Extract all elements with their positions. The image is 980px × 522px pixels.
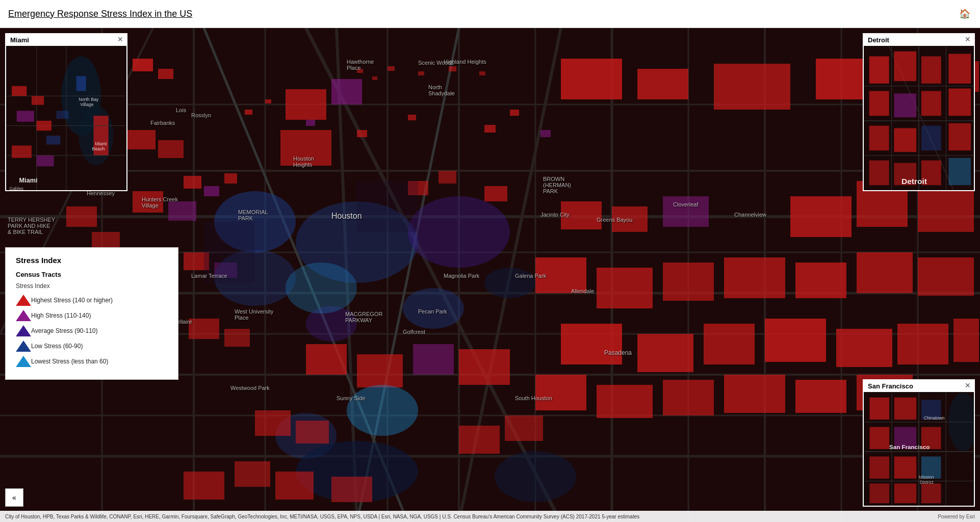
svg-rect-58: [918, 257, 974, 296]
svg-rect-52: [535, 257, 586, 293]
collapse-button[interactable]: «: [5, 488, 23, 507]
svg-text:Chinatown: Chinatown: [924, 415, 945, 421]
svg-rect-63: [836, 329, 892, 367]
legend-swatch-high: [16, 310, 31, 321]
svg-text:Beach: Beach: [92, 146, 105, 151]
legend-label-lowest: Lowest Stress (less than 60): [31, 358, 108, 365]
svg-text:Mission: Mission: [919, 475, 934, 480]
svg-point-72: [347, 385, 418, 436]
svg-rect-32: [331, 79, 362, 105]
svg-text:District: District: [920, 480, 934, 485]
svg-rect-184: [869, 427, 889, 449]
svg-rect-95: [535, 375, 586, 410]
svg-rect-164: [869, 126, 889, 151]
svg-rect-61: [704, 324, 755, 364]
svg-rect-81: [245, 110, 252, 115]
header: Emergency Response Stress Index in the U…: [0, 0, 980, 28]
legend-swatch-average: [16, 325, 31, 336]
svg-rect-110: [127, 130, 156, 149]
svg-rect-116: [357, 69, 363, 73]
svg-text:Miami: Miami: [95, 141, 107, 146]
svg-rect-48: [918, 191, 974, 232]
miami-inset-title: Miami: [6, 34, 126, 46]
svg-rect-46: [790, 196, 852, 237]
svg-rect-106: [184, 472, 224, 500]
legend-label-average: Average Stress (90-110): [31, 327, 98, 334]
svg-rect-140: [46, 136, 60, 145]
miami-inset-body: North Bay Village Miami Beach Miami Gabl…: [6, 46, 126, 190]
page-title: Emergency Response Stress Index in the U…: [8, 9, 958, 19]
svg-text:Gables: Gables: [9, 186, 23, 190]
svg-rect-44: [204, 186, 219, 196]
miami-inset-map: Miami ✕: [5, 33, 127, 191]
detroit-inset-map: Detroit ✕: [863, 33, 975, 191]
legend-item-highest: Highest Stress (140 or higher): [16, 295, 168, 306]
sf-inset-map: San Francisco ✕: [863, 379, 975, 507]
svg-point-92: [484, 268, 535, 298]
attribution-bar: City of Houston, HPB, Texas Parks & Wild…: [0, 511, 980, 522]
svg-rect-120: [449, 66, 456, 71]
svg-rect-168: [869, 161, 889, 186]
legend-item-average: Average Stress (90-110): [16, 325, 168, 336]
svg-rect-97: [663, 380, 714, 415]
legend-swatch-low: [16, 341, 31, 352]
legend-subtitle: Census Tracts: [16, 271, 168, 278]
svg-rect-87: [510, 110, 519, 116]
svg-rect-43: [184, 176, 201, 189]
svg-rect-76: [189, 319, 219, 339]
svg-rect-82: [265, 99, 271, 103]
svg-rect-113: [168, 201, 196, 221]
legend-title: Stress Index: [16, 256, 168, 265]
legend-label-low: Low Stress (60-90): [31, 343, 83, 350]
svg-rect-187: [869, 456, 889, 478]
svg-marker-197: [16, 295, 31, 306]
legend-swatch-lowest: [16, 356, 31, 367]
svg-rect-192: [921, 484, 941, 504]
legend-item-lowest: Lowest Stress (less than 60): [16, 356, 168, 367]
svg-rect-66: [306, 344, 347, 375]
svg-rect-104: [459, 426, 500, 454]
svg-marker-199: [16, 325, 31, 336]
svg-rect-107: [235, 461, 270, 487]
home-button[interactable]: 🏠: [958, 7, 972, 21]
svg-marker-201: [16, 356, 31, 367]
svg-rect-138: [12, 145, 32, 158]
collapse-icon: «: [12, 493, 16, 502]
svg-text:Village: Village: [80, 102, 93, 107]
svg-rect-123: [357, 181, 418, 232]
svg-rect-27: [133, 59, 153, 71]
svg-rect-90: [439, 171, 456, 184]
svg-rect-96: [597, 385, 653, 418]
miami-close-button[interactable]: ✕: [117, 35, 123, 43]
svg-rect-33: [280, 130, 331, 166]
svg-rect-62: [765, 319, 826, 362]
esri-logo: Powered by Esri: [938, 514, 975, 519]
main-map[interactable]: Highland Heights HawthornePlace NorthSha…: [0, 28, 980, 522]
svg-rect-91: [484, 186, 507, 201]
svg-rect-158: [921, 56, 941, 83]
svg-rect-50: [612, 206, 648, 232]
svg-point-42: [408, 196, 510, 268]
svg-rect-190: [869, 484, 889, 504]
svg-text:North Bay: North Bay: [79, 97, 99, 102]
svg-rect-28: [158, 69, 173, 79]
svg-rect-55: [724, 257, 785, 298]
svg-rect-103: [296, 421, 329, 443]
svg-rect-77: [224, 329, 250, 347]
detroit-close-button[interactable]: ✕: [965, 35, 971, 43]
svg-rect-59: [561, 324, 622, 364]
svg-rect-165: [894, 128, 916, 152]
svg-rect-163: [948, 89, 971, 116]
svg-rect-181: [869, 398, 889, 420]
svg-rect-108: [275, 472, 314, 500]
svg-rect-139: [37, 155, 54, 166]
svg-rect-88: [540, 130, 551, 137]
svg-rect-161: [894, 93, 916, 117]
svg-rect-109: [331, 477, 372, 502]
svg-rect-182: [894, 398, 916, 420]
svg-rect-191: [894, 484, 916, 504]
svg-rect-102: [255, 410, 291, 436]
sf-close-button[interactable]: ✕: [965, 381, 971, 389]
svg-marker-200: [16, 341, 31, 352]
svg-rect-167: [948, 123, 971, 150]
